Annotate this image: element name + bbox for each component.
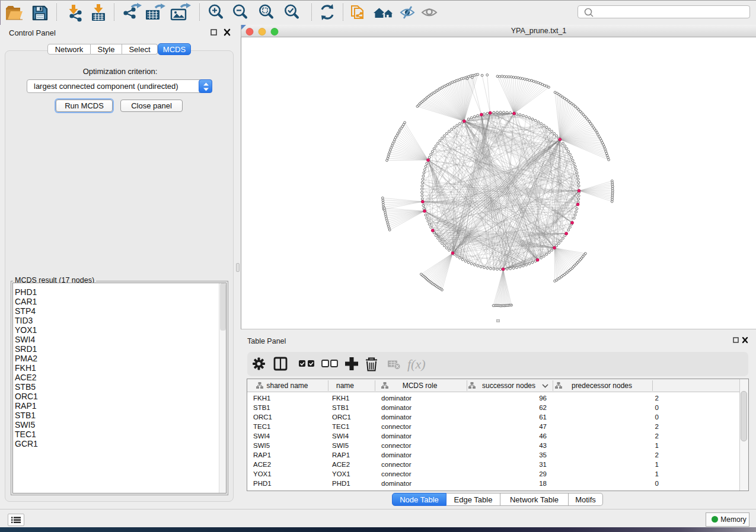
svg-text:f(x): f(x) bbox=[407, 357, 426, 371]
